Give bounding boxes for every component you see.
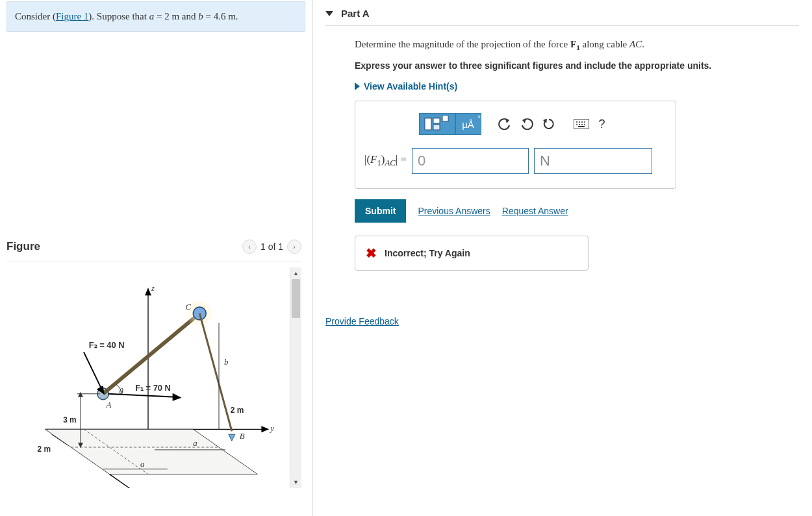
help-button[interactable]: ? (592, 113, 613, 135)
dim-b: b (224, 358, 229, 367)
answer-value-input[interactable] (412, 148, 529, 174)
label-C: C (185, 302, 191, 312)
reset-button[interactable] (539, 113, 559, 135)
svg-point-38 (576, 121, 577, 123)
hints-toggle[interactable]: View Available Hint(s) (355, 81, 799, 92)
problem-statement: Consider (Figure 1). Suppose that a = 2 … (6, 1, 305, 32)
svg-rect-46 (578, 126, 585, 127)
svg-marker-21 (78, 392, 83, 397)
redo-button[interactable] (516, 113, 537, 135)
svg-point-40 (581, 121, 583, 123)
figure-header: Figure ‹ 1 of 1 › (6, 240, 301, 262)
label-B: B (240, 432, 245, 441)
keyboard-button[interactable] (572, 113, 590, 135)
label-F2: F₂ = 40 N (89, 340, 125, 350)
figure-scrollbar[interactable]: ▲ ▼ (290, 267, 301, 488)
svg-point-45 (584, 124, 585, 125)
text: Consider ( (15, 11, 56, 21)
figure-title: Figure (6, 240, 40, 253)
figure-panel: Figure ‹ 1 of 1 › z (6, 240, 305, 488)
answer-actions: Submit Previous Answers Request Answer (355, 199, 799, 223)
text: = 2 m and (154, 11, 198, 21)
dim-2m-right: 2 m (231, 406, 244, 415)
answer-toolbar: µ°Å ? (364, 113, 666, 135)
svg-marker-0 (45, 429, 257, 474)
svg-point-42 (576, 124, 577, 125)
figure-link[interactable]: Figure 1 (56, 11, 88, 21)
scroll-thumb[interactable] (292, 279, 300, 318)
svg-marker-16 (173, 393, 182, 401)
feedback-box: ✖ Incorrect; Try Again (355, 236, 589, 271)
svg-point-44 (581, 124, 583, 125)
svg-line-10 (103, 313, 200, 394)
text: = 4.6 m. (203, 11, 238, 21)
svg-rect-29 (425, 118, 431, 130)
dim-3m: 3 m (63, 415, 76, 424)
templates-button[interactable] (419, 113, 455, 135)
text: ). Suppose that (88, 11, 149, 21)
var-b: b (198, 11, 203, 21)
question-text: Determine the magnitude of the projectio… (355, 39, 799, 51)
answer-instruction: Express your answer to three significant… (355, 60, 799, 71)
label-A: A (106, 400, 112, 410)
request-answer-link[interactable]: Request Answer (502, 206, 568, 216)
svg-rect-32 (442, 116, 448, 121)
divider (325, 25, 799, 26)
svg-rect-30 (433, 118, 440, 123)
submit-button[interactable]: Submit (355, 199, 406, 223)
part-header[interactable]: Part A (325, 0, 799, 25)
feedback-text: Incorrect; Try Again (385, 248, 470, 258)
part-title: Part A (341, 8, 370, 19)
hints-link[interactable]: View Available Hint(s) (364, 81, 457, 92)
answer-box: µ°Å ? |(F1)AC| = (355, 101, 676, 189)
collapse-icon[interactable] (325, 11, 333, 16)
undo-button[interactable] (494, 113, 515, 135)
svg-point-39 (579, 121, 580, 123)
previous-answers-link[interactable]: Previous Answers (418, 206, 490, 216)
label-theta: θ (119, 387, 123, 396)
svg-line-8 (110, 474, 174, 488)
dim-a1: a (193, 439, 197, 448)
svg-line-15 (108, 394, 175, 397)
svg-rect-31 (433, 125, 440, 130)
scroll-up-icon[interactable]: ▲ (290, 267, 301, 279)
left-panel: Consider (Figure 1). Suppose that a = 2 … (0, 0, 312, 516)
next-figure-button[interactable]: › (287, 240, 301, 254)
figure-image: z y x A C (6, 267, 290, 488)
svg-point-43 (579, 124, 580, 125)
answer-unit-input[interactable] (534, 148, 652, 174)
axis-y: y (269, 424, 274, 433)
figure-nav: ‹ 1 of 1 › (242, 240, 301, 254)
svg-line-17 (199, 313, 232, 431)
scroll-down-icon[interactable]: ▼ (290, 476, 301, 488)
provide-feedback-link[interactable]: Provide Feedback (325, 316, 399, 326)
svg-point-41 (584, 121, 585, 123)
svg-marker-33 (505, 118, 509, 123)
chevron-right-icon (355, 82, 360, 90)
dim-2m-left: 2 m (38, 445, 51, 454)
right-panel: Part A Determine the magnitude of the pr… (312, 0, 812, 516)
answer-label: |(F1)AC| = (364, 153, 407, 168)
x-icon: ✖ (366, 245, 377, 261)
prev-figure-button[interactable]: ‹ (242, 240, 257, 254)
svg-marker-7 (261, 426, 269, 432)
svg-marker-34 (522, 118, 526, 123)
axis-z: z (151, 284, 155, 293)
label-F1: F₁ = 70 N (135, 383, 171, 393)
symbols-button[interactable]: µ°Å (455, 113, 481, 135)
figure-counter: 1 of 1 (260, 241, 283, 252)
answer-row: |(F1)AC| = (364, 148, 666, 174)
svg-marker-5 (145, 288, 151, 295)
svg-marker-18 (229, 434, 235, 441)
svg-line-13 (84, 352, 102, 389)
dim-a2: a (140, 460, 144, 469)
